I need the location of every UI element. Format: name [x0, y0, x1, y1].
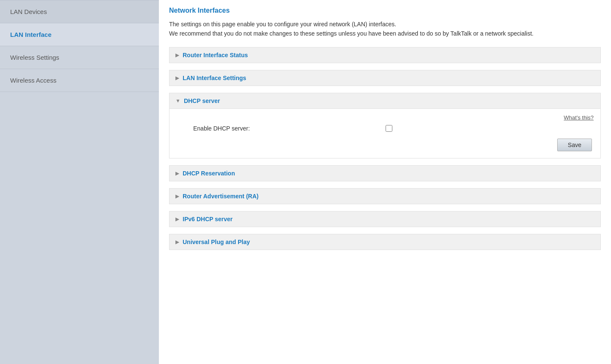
enable-dhcp-row: Enable DHCP server:: [176, 125, 594, 132]
sidebar-item-wireless-access[interactable]: Wireless Access: [0, 69, 159, 92]
section-router-advertisement: ▶ Router Advertisement (RA): [169, 188, 601, 204]
whats-this-row: What's this?: [176, 114, 594, 121]
section-title-ipv6-dhcp-server: IPv6 DHCP server: [183, 216, 233, 222]
description-line1: The settings on this page enable you to …: [169, 21, 396, 28]
section-header-ipv6-dhcp-server[interactable]: ▶ IPv6 DHCP server: [169, 211, 601, 227]
section-dhcp-server: ▼ DHCP server What's this? Enable DHCP s…: [169, 93, 601, 158]
section-header-dhcp-server[interactable]: ▼ DHCP server: [169, 93, 601, 109]
collapse-arrow-lan-interface-settings: ▶: [175, 75, 179, 81]
page-title: Network Interfaces: [169, 7, 601, 14]
section-header-router-interface-status[interactable]: ▶ Router Interface Status: [169, 47, 601, 63]
sidebar-item-label: LAN Devices: [10, 8, 47, 15]
sidebar: LAN Devices LAN Interface Wireless Setti…: [0, 0, 159, 364]
page-description: The settings on this page enable you to …: [169, 19, 601, 39]
section-title-dhcp-reservation: DHCP Reservation: [183, 170, 235, 177]
section-ipv6-dhcp-server: ▶ IPv6 DHCP server: [169, 211, 601, 227]
dhcp-server-body: What's this? Enable DHCP server: Save: [169, 109, 601, 158]
section-router-interface-status: ▶ Router Interface Status: [169, 47, 601, 63]
sidebar-item-wireless-settings[interactable]: Wireless Settings: [0, 46, 159, 69]
section-title-universal-plug-and-play: Universal Plug and Play: [183, 239, 250, 245]
section-header-router-advertisement[interactable]: ▶ Router Advertisement (RA): [169, 188, 601, 204]
section-title-lan-interface-settings: LAN Interface Settings: [183, 75, 246, 81]
main-content: Network Interfaces The settings on this …: [159, 0, 611, 364]
sidebar-item-lan-interface[interactable]: LAN Interface: [0, 23, 159, 46]
enable-dhcp-checkbox-wrapper: [386, 125, 392, 132]
whats-this-link[interactable]: What's this?: [564, 114, 594, 121]
section-universal-plug-and-play: ▶ Universal Plug and Play: [169, 234, 601, 250]
sidebar-item-label: LAN Interface: [10, 31, 52, 38]
section-header-dhcp-reservation[interactable]: ▶ DHCP Reservation: [169, 165, 601, 181]
section-title-dhcp-server: DHCP server: [184, 97, 220, 104]
collapse-arrow-dhcp-server: ▼: [175, 98, 181, 104]
section-dhcp-reservation: ▶ DHCP Reservation: [169, 165, 601, 181]
collapse-arrow-router-advertisement: ▶: [175, 193, 179, 199]
save-button[interactable]: Save: [557, 139, 592, 151]
collapse-arrow-dhcp-reservation: ▶: [175, 170, 179, 176]
collapse-arrow-router-interface-status: ▶: [175, 52, 179, 58]
sidebar-item-label: Wireless Access: [10, 77, 56, 84]
enable-dhcp-label: Enable DHCP server:: [193, 125, 250, 132]
description-line2: We recommend that you do not make change…: [169, 30, 533, 37]
section-header-lan-interface-settings[interactable]: ▶ LAN Interface Settings: [169, 70, 601, 86]
enable-dhcp-checkbox[interactable]: [386, 125, 392, 132]
sidebar-item-label: Wireless Settings: [10, 54, 59, 61]
section-title-router-interface-status: Router Interface Status: [183, 52, 248, 58]
section-lan-interface-settings: ▶ LAN Interface Settings: [169, 70, 601, 86]
collapse-arrow-universal-plug-and-play: ▶: [175, 239, 179, 245]
section-header-universal-plug-and-play[interactable]: ▶ Universal Plug and Play: [169, 234, 601, 250]
collapse-arrow-ipv6-dhcp-server: ▶: [175, 216, 179, 222]
sidebar-item-lan-devices[interactable]: LAN Devices: [0, 0, 159, 23]
save-row: Save: [176, 139, 594, 151]
section-title-router-advertisement: Router Advertisement (RA): [183, 193, 258, 200]
